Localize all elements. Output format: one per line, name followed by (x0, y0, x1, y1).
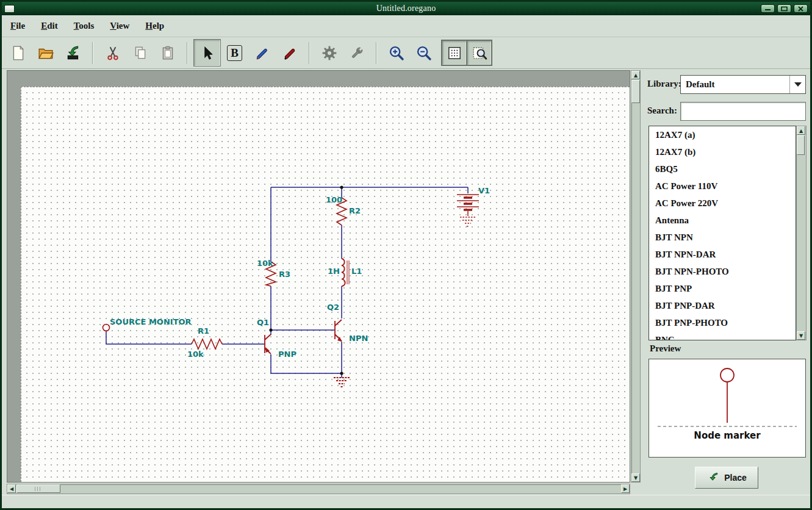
list-item[interactable]: BJT PNP-PHOTO (649, 314, 796, 331)
label-q1-type: PNP (278, 350, 296, 359)
toolbar-separator (376, 42, 377, 64)
place-button[interactable]: Place (695, 467, 758, 489)
list-item[interactable]: 12AX7 (a) (649, 126, 796, 143)
zoom-in-button[interactable] (383, 39, 410, 66)
component-q1[interactable] (265, 334, 271, 354)
library-dropdown-value: Default (681, 79, 789, 90)
list-item[interactable]: BJT NPN-DAR (649, 246, 796, 263)
grid-icon (447, 45, 462, 61)
scroll-up-button[interactable]: ▲ (631, 71, 640, 79)
settings-button[interactable] (315, 39, 343, 66)
list-item[interactable]: 6BQ5 (649, 160, 796, 178)
library-dropdown[interactable]: Default (680, 75, 806, 94)
label-l1-name: L1 (351, 267, 362, 276)
new-document-button[interactable] (4, 39, 32, 66)
parts-list[interactable]: 12AX7 (a) 12AX7 (b) 6BQ5 AC Power 110V A… (649, 126, 796, 340)
settings-gear-icon (322, 45, 337, 61)
title-bar[interactable]: Untitled.oregano (2, 2, 810, 15)
library-label: Library: (647, 79, 681, 89)
wire-pencil-icon (254, 45, 270, 61)
wire-tool-button[interactable] (248, 39, 276, 66)
menu-file[interactable]: File (10, 21, 25, 31)
properties-button[interactable] (343, 39, 370, 66)
open-file-button[interactable] (32, 39, 59, 66)
label-source-monitor: SOURCE MONITOR (110, 317, 192, 326)
component-q2[interactable] (335, 320, 342, 342)
canvas-vertical-scrollbar[interactable]: ▲ ▼ (631, 70, 641, 483)
label-r1-value: 10k (187, 350, 204, 359)
component-l1[interactable] (342, 259, 349, 286)
close-button[interactable] (794, 4, 808, 13)
list-item[interactable]: Antenna (649, 212, 796, 229)
menu-help[interactable]: Help (145, 21, 164, 31)
component-node-marker[interactable] (103, 325, 110, 331)
properties-wrench-icon (349, 45, 365, 61)
minimize-icon (764, 6, 772, 11)
cut-scissors-icon (105, 45, 121, 61)
maximize-button[interactable] (777, 4, 791, 13)
parts-list-scrollbar[interactable]: ▲ ▼ (796, 126, 807, 340)
list-item[interactable]: 12AX7 (b) (649, 143, 796, 160)
window-title: Untitled.oregano (2, 4, 810, 13)
horizontal-scroll-thumb[interactable] (16, 484, 60, 493)
selection-arrow-icon (199, 45, 215, 61)
label-r3-value: 10k (257, 259, 273, 268)
zoom-out-button[interactable] (410, 39, 437, 66)
ground-symbol[interactable] (334, 378, 350, 387)
zoom-out-icon (415, 45, 433, 62)
paste-button[interactable] (154, 39, 181, 66)
menu-edit[interactable]: Edit (41, 21, 58, 31)
new-document-icon (10, 45, 26, 61)
preview-node-marker-drawing (649, 359, 805, 457)
component-r1[interactable] (192, 339, 222, 349)
list-item[interactable]: BNC (649, 331, 796, 340)
label-l1-value: 1H (328, 267, 340, 276)
scroll-right-button[interactable]: ▶ (621, 484, 630, 493)
text-tool-icon: B (227, 45, 242, 61)
save-icon (65, 45, 82, 61)
content-area: SOURCE MONITOR R1 10k Q1 PNP Q2 NPN 10k … (2, 69, 810, 495)
label-r3-name: R3 (279, 270, 290, 279)
list-item[interactable]: AC Power 110V (649, 178, 796, 195)
selection-arrow-button[interactable] (193, 39, 221, 66)
window-controls (761, 4, 808, 13)
menu-tools[interactable]: Tools (74, 21, 95, 31)
cut-button[interactable] (99, 39, 126, 66)
scroll-up-button[interactable]: ▲ (797, 126, 805, 135)
list-item[interactable]: AC Power 220V (649, 195, 796, 212)
list-item[interactable]: BJT PNP-DAR (649, 297, 796, 314)
open-folder-icon (37, 45, 54, 61)
list-item[interactable]: BJT NPN-PHOTO (649, 263, 796, 280)
grid-toggle-button[interactable] (442, 40, 467, 65)
canvas-horizontal-scrollbar[interactable]: ◀ ▶ (7, 484, 630, 494)
label-q1-name: Q1 (257, 318, 269, 327)
label-r2-value: 100 (326, 195, 342, 204)
vertical-scroll-thumb[interactable] (631, 80, 640, 103)
scroll-left-button[interactable]: ◀ (7, 484, 16, 493)
schematic-canvas[interactable]: SOURCE MONITOR R1 10k Q1 PNP Q2 NPN 10k … (7, 70, 630, 483)
list-item[interactable]: BJT PNP (649, 280, 796, 297)
maximize-icon (780, 6, 788, 12)
component-v1[interactable] (457, 195, 479, 226)
chevron-down-icon (789, 76, 805, 93)
app-window: Untitled.oregano File Edit Tools View He… (0, 0, 812, 510)
search-label: Search: (647, 106, 677, 116)
preview-label: Preview (650, 343, 681, 354)
minimize-button[interactable] (761, 4, 775, 13)
copy-button[interactable] (126, 39, 154, 66)
menu-view[interactable]: View (110, 21, 129, 31)
zoom-region-button[interactable] (467, 40, 492, 65)
search-input[interactable] (680, 102, 806, 121)
scroll-down-button[interactable]: ▼ (631, 473, 640, 482)
preview-item-name: Node marker (649, 430, 805, 441)
text-tool-button[interactable]: B (221, 39, 248, 66)
junction-dots (269, 185, 343, 375)
list-item[interactable]: BJT NPN (649, 229, 796, 246)
scroll-down-button[interactable]: ▼ (797, 331, 805, 340)
copy-icon (132, 45, 148, 61)
preview-panel: Node marker (649, 359, 806, 458)
paste-clipboard-icon (160, 45, 176, 61)
save-button[interactable] (59, 39, 87, 66)
probe-tool-button[interactable] (276, 39, 303, 66)
list-scroll-thumb[interactable] (797, 135, 805, 155)
